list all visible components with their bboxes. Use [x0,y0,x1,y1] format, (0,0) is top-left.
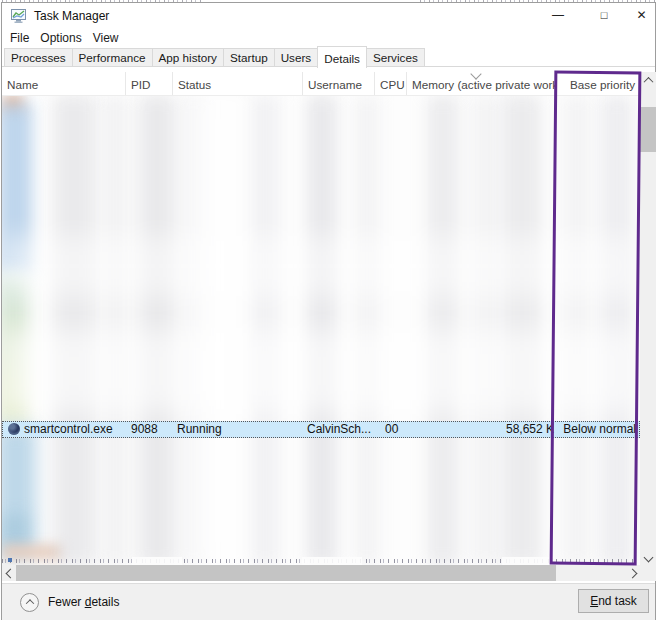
tab-performance[interactable]: Performance [72,48,153,66]
cell-status: Running [177,421,222,438]
tab-bar: Processes Performance App history Startu… [2,46,655,66]
col-header-cpu[interactable]: CPU [375,72,407,95]
tab-details[interactable]: Details [317,46,367,68]
blur-lighten [192,96,247,565]
vertical-scrollbar[interactable] [640,72,656,565]
table-row-selected[interactable]: smartcontrol.exe 9088 Running CalvinSch.… [2,421,640,438]
annotation-highlight-rectangle [550,71,642,566]
menu-view[interactable]: View [93,31,119,45]
cell-username: CalvinSch... [307,421,371,438]
tab-processes[interactable]: Processes [4,48,73,66]
col-header-pid[interactable]: PID [126,72,173,95]
col-header-name[interactable]: Name [2,72,126,95]
close-button[interactable]: ✕ [627,3,656,27]
tab-startup[interactable]: Startup [223,48,275,66]
column-header-row: Name PID Status Username CPU Memory (act… [2,72,640,96]
horizontal-scrollbar-thumb[interactable] [16,565,556,581]
scroll-right-icon[interactable] [624,565,640,581]
task-manager-window: Task Manager — □ ✕ File Options View Pro… [0,0,657,621]
fragment-gap [302,557,362,565]
scrollbar-corner [640,565,656,581]
cell-cpu: 00 [385,421,398,438]
fewer-details-toggle-icon[interactable] [20,593,39,612]
minimize-button[interactable]: — [535,3,581,27]
menu-options[interactable]: Options [40,31,81,45]
scroll-down-icon[interactable] [640,549,656,565]
fragment-gap [502,557,552,565]
tab-users[interactable]: Users [274,48,319,66]
end-task-button[interactable]: End task [578,589,649,613]
menu-file[interactable]: File [10,31,29,45]
maximize-button[interactable]: □ [581,3,627,27]
blur-lighten [2,331,640,411]
footer-bar: Fewer details [2,584,655,620]
icon-fragment [8,558,12,562]
col-header-status[interactable]: Status [173,72,303,95]
process-icon [8,423,20,435]
window-title: Task Manager [34,9,109,23]
col-header-username[interactable]: Username [303,72,375,95]
scroll-up-icon[interactable] [640,72,656,88]
fragment-gap [132,557,182,565]
cell-pid: 9088 [131,421,158,438]
app-icon [11,9,26,23]
blur-lighten [2,236,640,296]
col-header-memory[interactable]: Memory (active private worki... [407,72,556,95]
horizontal-scrollbar[interactable] [2,565,640,581]
fewer-details-label[interactable]: Fewer details [48,595,119,609]
cell-name: smartcontrol.exe [24,421,113,438]
tab-services[interactable]: Services [366,48,425,66]
vertical-scrollbar-thumb[interactable] [640,107,656,152]
process-list-blurred[interactable] [2,96,640,565]
tab-app-history[interactable]: App history [152,48,224,66]
menu-bar: File Options View [2,28,655,47]
cell-memory: 58,652 K [409,421,554,438]
